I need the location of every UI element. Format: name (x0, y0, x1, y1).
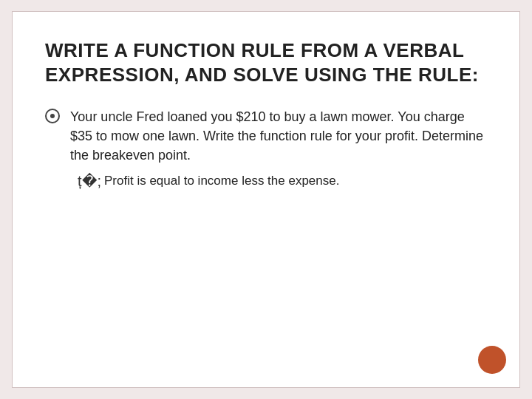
sub-bullet: ț�; Profit is equal to income less the e… (78, 172, 487, 191)
next-button[interactable] (478, 346, 506, 374)
main-bullet-text: Your uncle Fred loaned you $210 to buy a… (70, 107, 487, 191)
sub-bullet-text: Profit is equal to income less the expen… (104, 172, 339, 191)
slide: WRITE A FUNCTION RULE FROM A VERBAL EXPR… (12, 11, 520, 388)
slide-title: WRITE A FUNCTION RULE FROM A VERBAL EXPR… (45, 38, 487, 86)
sub-bullet-icon: ț�; (78, 174, 98, 188)
bullet-icon (45, 109, 61, 125)
arrow-right-icon: ț�; (78, 174, 101, 188)
main-bullet: Your uncle Fred loaned you $210 to buy a… (45, 107, 487, 191)
